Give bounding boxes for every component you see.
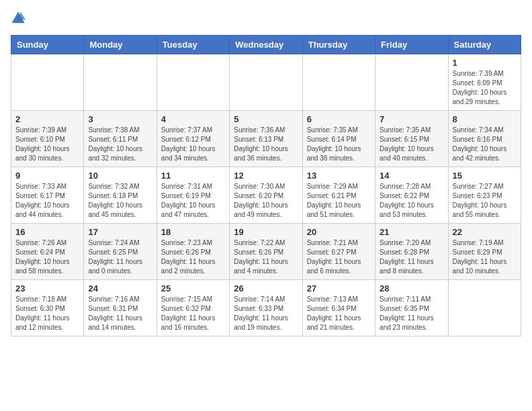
day-number: 10 — [88, 171, 152, 181]
cell-week3-day1: 17Sunrise: 7:24 AM Sunset: 6:25 PM Dayli… — [84, 224, 157, 280]
day-info: Sunrise: 7:26 AM Sunset: 6:24 PM Dayligh… — [15, 238, 79, 276]
day-info: Sunrise: 7:31 AM Sunset: 6:19 PM Dayligh… — [161, 182, 225, 220]
day-info: Sunrise: 7:13 AM Sunset: 6:34 PM Dayligh… — [307, 295, 371, 332]
cell-week1-day0: 2Sunrise: 7:39 AM Sunset: 6:10 PM Daylig… — [11, 111, 84, 167]
day-number: 25 — [161, 283, 225, 293]
day-number: 26 — [234, 283, 298, 293]
day-number: 1 — [453, 58, 517, 68]
cell-week3-day4: 20Sunrise: 7:21 AM Sunset: 6:27 PM Dayli… — [302, 224, 375, 280]
day-info: Sunrise: 7:28 AM Sunset: 6:22 PM Dayligh… — [380, 182, 443, 220]
day-info: Sunrise: 7:11 AM Sunset: 6:35 PM Dayligh… — [380, 295, 443, 332]
day-info: Sunrise: 7:21 AM Sunset: 6:27 PM Dayligh… — [307, 238, 371, 276]
day-info: Sunrise: 7:22 AM Sunset: 6:26 PM Dayligh… — [234, 238, 298, 276]
day-number: 13 — [307, 171, 371, 181]
day-info: Sunrise: 7:35 AM Sunset: 6:14 PM Dayligh… — [307, 126, 371, 163]
cell-week4-day4: 27Sunrise: 7:13 AM Sunset: 6:34 PM Dayli… — [302, 280, 375, 336]
cell-week1-day5: 7Sunrise: 7:35 AM Sunset: 6:15 PM Daylig… — [375, 111, 448, 167]
cell-week2-day3: 12Sunrise: 7:30 AM Sunset: 6:20 PM Dayli… — [230, 167, 302, 224]
cell-week1-day6: 8Sunrise: 7:34 AM Sunset: 6:16 PM Daylig… — [448, 111, 521, 167]
day-number: 27 — [307, 283, 371, 293]
cell-week0-day3 — [230, 54, 302, 111]
day-info: Sunrise: 7:30 AM Sunset: 6:20 PM Dayligh… — [234, 182, 298, 220]
day-number: 15 — [453, 171, 517, 181]
day-info: Sunrise: 7:27 AM Sunset: 6:23 PM Dayligh… — [453, 182, 517, 220]
cell-week4-day5: 28Sunrise: 7:11 AM Sunset: 6:35 PM Dayli… — [375, 280, 448, 336]
logo-icon — [11, 11, 26, 26]
header-day-monday: Monday — [84, 36, 157, 54]
day-number: 23 — [15, 283, 79, 293]
day-number: 19 — [234, 227, 298, 237]
day-info: Sunrise: 7:32 AM Sunset: 6:18 PM Dayligh… — [88, 182, 152, 220]
calendar: SundayMondayTuesdayWednesdayThursdayFrid… — [11, 35, 521, 336]
cell-week0-day0 — [11, 54, 84, 111]
day-info: Sunrise: 7:23 AM Sunset: 6:26 PM Dayligh… — [161, 238, 225, 276]
cell-week0-day6: 1Sunrise: 7:39 AM Sunset: 6:09 PM Daylig… — [448, 54, 521, 111]
day-number: 18 — [161, 227, 225, 237]
day-info: Sunrise: 7:15 AM Sunset: 6:32 PM Dayligh… — [161, 295, 225, 332]
day-number: 3 — [88, 114, 152, 124]
day-info: Sunrise: 7:18 AM Sunset: 6:30 PM Dayligh… — [15, 295, 79, 332]
cell-week2-day4: 13Sunrise: 7:29 AM Sunset: 6:21 PM Dayli… — [302, 167, 375, 224]
cell-week3-day2: 18Sunrise: 7:23 AM Sunset: 6:26 PM Dayli… — [157, 224, 229, 280]
day-number: 28 — [380, 283, 443, 293]
day-number: 17 — [88, 227, 152, 237]
logo — [11, 11, 28, 28]
cell-week4-day0: 23Sunrise: 7:18 AM Sunset: 6:30 PM Dayli… — [11, 280, 84, 336]
cell-week3-day3: 19Sunrise: 7:22 AM Sunset: 6:26 PM Dayli… — [230, 224, 302, 280]
day-number: 22 — [453, 227, 517, 237]
cell-week0-day5 — [375, 54, 448, 111]
header-day-friday: Friday — [375, 36, 448, 54]
cell-week0-day1 — [84, 54, 157, 111]
day-number: 21 — [380, 227, 443, 237]
day-number: 2 — [15, 114, 79, 124]
header-day-sunday: Sunday — [11, 36, 84, 54]
cell-week3-day0: 16Sunrise: 7:26 AM Sunset: 6:24 PM Dayli… — [11, 224, 84, 280]
cell-week4-day1: 24Sunrise: 7:16 AM Sunset: 6:31 PM Dayli… — [84, 280, 157, 336]
day-number: 8 — [453, 114, 517, 124]
day-number: 7 — [380, 114, 443, 124]
cell-week4-day3: 26Sunrise: 7:14 AM Sunset: 6:33 PM Dayli… — [230, 280, 302, 336]
day-info: Sunrise: 7:19 AM Sunset: 6:29 PM Dayligh… — [453, 238, 517, 276]
day-info: Sunrise: 7:29 AM Sunset: 6:21 PM Dayligh… — [307, 182, 371, 220]
day-info: Sunrise: 7:16 AM Sunset: 6:31 PM Dayligh… — [88, 295, 152, 332]
cell-week3-day6: 22Sunrise: 7:19 AM Sunset: 6:29 PM Dayli… — [448, 224, 521, 280]
cell-week4-day2: 25Sunrise: 7:15 AM Sunset: 6:32 PM Dayli… — [157, 280, 229, 336]
day-info: Sunrise: 7:33 AM Sunset: 6:17 PM Dayligh… — [15, 182, 79, 220]
cell-week0-day2 — [157, 54, 229, 111]
day-number: 6 — [307, 114, 371, 124]
header-day-saturday: Saturday — [448, 36, 521, 54]
day-info: Sunrise: 7:20 AM Sunset: 6:28 PM Dayligh… — [380, 238, 443, 276]
cell-week2-day5: 14Sunrise: 7:28 AM Sunset: 6:22 PM Dayli… — [375, 167, 448, 224]
day-number: 5 — [234, 114, 298, 124]
cell-week1-day2: 4Sunrise: 7:37 AM Sunset: 6:12 PM Daylig… — [157, 111, 229, 167]
day-info: Sunrise: 7:14 AM Sunset: 6:33 PM Dayligh… — [234, 295, 298, 332]
day-info: Sunrise: 7:35 AM Sunset: 6:15 PM Dayligh… — [380, 126, 443, 163]
day-number: 24 — [88, 283, 152, 293]
day-info: Sunrise: 7:37 AM Sunset: 6:12 PM Dayligh… — [161, 126, 225, 163]
day-info: Sunrise: 7:34 AM Sunset: 6:16 PM Dayligh… — [453, 126, 517, 163]
day-number: 16 — [15, 227, 79, 237]
cell-week4-day6 — [448, 280, 521, 336]
day-number: 9 — [15, 171, 79, 181]
day-info: Sunrise: 7:39 AM Sunset: 6:10 PM Dayligh… — [15, 126, 79, 163]
cell-week1-day3: 5Sunrise: 7:36 AM Sunset: 6:13 PM Daylig… — [230, 111, 302, 167]
header-day-thursday: Thursday — [302, 36, 375, 54]
day-number: 14 — [380, 171, 443, 181]
header-day-tuesday: Tuesday — [157, 36, 229, 54]
cell-week1-day4: 6Sunrise: 7:35 AM Sunset: 6:14 PM Daylig… — [302, 111, 375, 167]
cell-week1-day1: 3Sunrise: 7:38 AM Sunset: 6:11 PM Daylig… — [84, 111, 157, 167]
cell-week2-day2: 11Sunrise: 7:31 AM Sunset: 6:19 PM Dayli… — [157, 167, 229, 224]
day-number: 11 — [161, 171, 225, 181]
header-day-wednesday: Wednesday — [230, 36, 302, 54]
cell-week2-day0: 9Sunrise: 7:33 AM Sunset: 6:17 PM Daylig… — [11, 167, 84, 224]
header — [11, 11, 521, 28]
day-info: Sunrise: 7:39 AM Sunset: 6:09 PM Dayligh… — [453, 69, 517, 107]
cell-week2-day6: 15Sunrise: 7:27 AM Sunset: 6:23 PM Dayli… — [448, 167, 521, 224]
day-info: Sunrise: 7:24 AM Sunset: 6:25 PM Dayligh… — [88, 238, 152, 276]
day-number: 12 — [234, 171, 298, 181]
day-info: Sunrise: 7:38 AM Sunset: 6:11 PM Dayligh… — [88, 126, 152, 163]
cell-week0-day4 — [302, 54, 375, 111]
day-number: 4 — [161, 114, 225, 124]
day-info: Sunrise: 7:36 AM Sunset: 6:13 PM Dayligh… — [234, 126, 298, 163]
day-number: 20 — [307, 227, 371, 237]
